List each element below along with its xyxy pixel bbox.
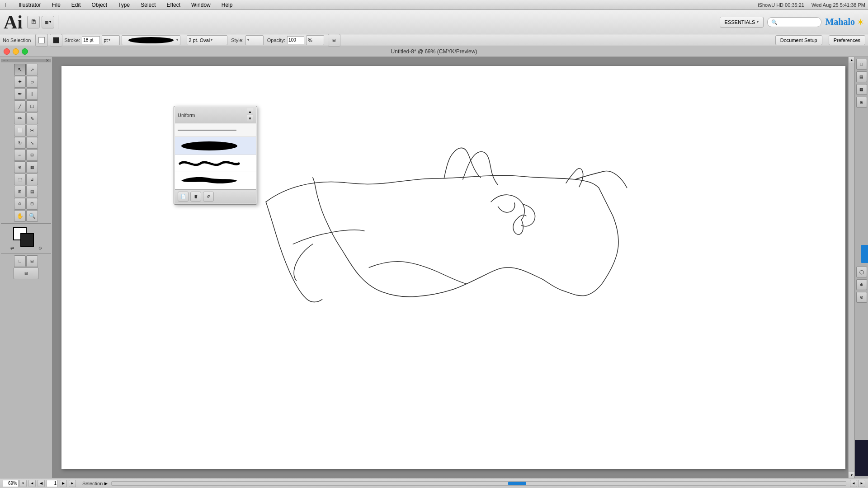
right-panel-btn-7[interactable]: ⊙ [856, 292, 867, 303]
right-panel-btn-2[interactable]: ▤ [856, 71, 867, 82]
preferences-button[interactable]: Preferences [829, 35, 865, 45]
mask-mode-btn[interactable]: ⊞ [26, 255, 38, 267]
status-selection-label: Selection [82, 481, 103, 486]
prev-page-btn[interactable]: ◄ [28, 480, 36, 487]
first-page-btn[interactable]: ◀ [38, 480, 45, 487]
status-arrow-btn[interactable]: ▶ [104, 481, 108, 486]
essentials-button[interactable]: ESSENTIALS ▾ [720, 17, 764, 28]
selection-tool-btn[interactable]: ↖ [14, 64, 26, 75]
fill-color-btn[interactable] [50, 34, 62, 47]
zoom-btn[interactable]: 🔍 [26, 210, 38, 222]
maximize-button[interactable] [22, 48, 28, 55]
right-panel-btn-6[interactable]: ⊕ [856, 279, 867, 290]
close-button[interactable] [4, 48, 10, 55]
scroll-left-btn[interactable]: ◄ [850, 480, 857, 487]
apple-menu[interactable]:  [3, 1, 10, 9]
direct-select-tool-btn[interactable]: ↗ [26, 64, 38, 75]
rect-tool-btn[interactable]: □ [26, 100, 38, 112]
menu-type[interactable]: Type [115, 2, 132, 8]
vscroll-track[interactable] [849, 63, 854, 472]
gradient-btn[interactable]: ▤ [26, 186, 38, 197]
menu-help[interactable]: Help [219, 2, 236, 8]
popup-scroll-up-btn[interactable]: ▲ [247, 108, 253, 115]
brush-new-btn[interactable]: 📄 [178, 192, 189, 202]
vscroll-up-btn[interactable]: ▲ [849, 57, 854, 63]
artboard-btn[interactable]: ⬚ [14, 174, 26, 185]
column-graph-btn[interactable]: ▦ [26, 161, 38, 173]
hand-btn[interactable]: ✋ [14, 210, 26, 222]
magic-wand-btn[interactable]: ✦ [14, 76, 26, 88]
scissors-btn[interactable]: ✂ [26, 125, 38, 136]
blue-collapse-tab[interactable] [861, 245, 868, 263]
default-colors-btn[interactable]: ⊙ [38, 246, 42, 250]
menu-file[interactable]: File [49, 2, 63, 8]
opacity-value-input[interactable] [287, 36, 304, 44]
rotate-btn[interactable]: ↻ [14, 137, 26, 149]
scroll-right-btn[interactable]: ► [858, 480, 865, 487]
eyedropper-btn[interactable]: ⊘ [14, 198, 26, 210]
canvas-area[interactable]: Uniform ▲ ▼ [52, 57, 854, 478]
brush-item-line[interactable] [175, 123, 256, 137]
brush-size-dropdown[interactable]: 2 pt. Oval ▾ [187, 35, 227, 45]
minimize-button[interactable] [13, 48, 19, 55]
right-panel-btn-4[interactable]: ⊞ [856, 97, 867, 108]
tool-row-7: ↻ ⤡ [14, 137, 38, 149]
lasso-btn[interactable]: ⊃ [26, 76, 38, 88]
last-page-btn[interactable]: ► [69, 480, 76, 487]
menu-edit[interactable]: Edit [69, 2, 84, 8]
menu-illustrator[interactable]: Illustrator [16, 2, 43, 8]
free-transform-btn[interactable]: ⊞ [26, 149, 38, 161]
toolbar-icon-btn[interactable]: 🖹 [27, 16, 40, 28]
symbol-spray-btn[interactable]: ⊕ [14, 161, 26, 173]
tool-row-4: ╱ □ [14, 100, 38, 112]
slice-btn[interactable]: ⊿ [26, 174, 38, 185]
stroke-unit-dropdown[interactable]: pt ▾ [102, 35, 120, 45]
vscroll-down-btn[interactable]: ▼ [849, 472, 854, 478]
stroke-swatch[interactable] [20, 233, 34, 247]
brush-item-fat[interactable] [175, 172, 256, 189]
brush-reset-btn[interactable]: ↺ [203, 192, 214, 202]
type-tool-btn[interactable]: T [26, 88, 38, 100]
canvas-vscrollbar[interactable]: ▲ ▼ [848, 57, 854, 478]
toolbar-view-btn[interactable]: ▦▾ [42, 16, 54, 28]
popup-scroll-down-btn[interactable]: ▼ [247, 115, 253, 122]
page-input[interactable] [47, 480, 58, 487]
h-scroll-thumb[interactable] [508, 482, 526, 485]
pencil-btn[interactable]: ✎ [26, 113, 38, 124]
brush-stroke-selector[interactable]: ▾ [122, 35, 180, 45]
normal-mode-btn[interactable]: □ [14, 255, 26, 267]
right-panel-btn-1[interactable]: □ [856, 59, 867, 70]
swap-colors-btn[interactable]: ⇄ [10, 246, 14, 250]
brush-delete-btn[interactable]: 🗑 [190, 192, 201, 202]
eraser-btn[interactable]: ⬜ [14, 125, 26, 136]
measure-btn[interactable]: ⊟ [26, 198, 38, 210]
right-panel-btn-3[interactable]: ▦ [856, 84, 867, 95]
opacity-unit-dropdown[interactable]: % [306, 35, 324, 45]
menu-effect[interactable]: Effect [164, 2, 183, 8]
document-setup-button[interactable]: Document Setup [775, 35, 822, 45]
tool-row-3: ✒ T [14, 88, 38, 100]
zoom-input[interactable] [3, 480, 19, 487]
zoom-dropdown-btn[interactable]: ▾ [19, 480, 27, 487]
warp-btn[interactable]: ⌐ [14, 149, 26, 161]
brush-item-wavy[interactable] [175, 155, 256, 172]
menu-window[interactable]: Window [189, 2, 213, 8]
options-extra-btn[interactable]: ⊞ [328, 34, 340, 47]
pen-tool-btn[interactable]: ✒ [14, 88, 26, 100]
mesh-btn[interactable]: ⊞ [14, 186, 26, 197]
paintbrush-btn[interactable]: ✏ [14, 113, 26, 124]
menu-select[interactable]: Select [138, 2, 158, 8]
right-panel-btn-5[interactable]: ◯ [856, 267, 867, 277]
stroke-value-input[interactable] [82, 36, 100, 44]
screen-mode-btn[interactable]: ⊟ [14, 267, 38, 279]
h-scrollbar[interactable] [111, 481, 846, 486]
brush-item-oval[interactable] [175, 137, 256, 155]
scale-btn[interactable]: ⤡ [26, 137, 38, 149]
next-page-btn[interactable]: ▶ [60, 480, 67, 487]
stroke-color-btn[interactable] [35, 34, 48, 47]
menu-object[interactable]: Object [89, 2, 110, 8]
search-input[interactable] [767, 17, 821, 27]
line-tool-btn[interactable]: ╱ [14, 100, 26, 112]
toolbox-close-icon[interactable]: ✕ [46, 58, 49, 63]
style-dropdown[interactable]: ▾ [245, 35, 264, 45]
